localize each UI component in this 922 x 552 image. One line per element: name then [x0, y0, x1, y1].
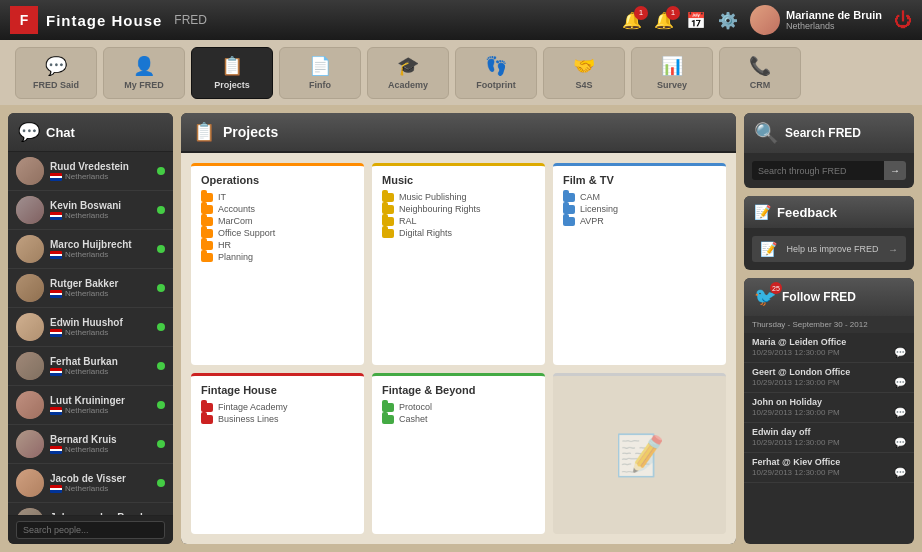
follow-item-geert-london[interactable]: Geert @ London Office 10/29/2013 12:30:0… — [744, 363, 914, 393]
project-item[interactable]: AVPR — [563, 216, 716, 226]
topbar: F Fintage House FRED 🔔1 🔔1 📅 ⚙️ Marianne… — [0, 0, 922, 40]
tab-projects[interactable]: 📋 Projects — [191, 47, 273, 99]
project-item[interactable]: Office Support — [201, 228, 354, 238]
avatar-ferhat — [16, 352, 44, 380]
project-item[interactable]: Planning — [201, 252, 354, 262]
follow-time-geert-london: 10/29/2013 12:30:00 PM 💬 — [752, 377, 906, 388]
chat-header: 💬 Chat — [8, 113, 173, 152]
chat-title: Chat — [46, 125, 75, 140]
chat-item-edwin[interactable]: Edwin Huushof Netherlands — [8, 308, 173, 347]
chat-item-john[interactable]: John van den Broek Netherlands — [8, 503, 173, 515]
chat-item-marco[interactable]: Marco Huijbrecht Netherlands — [8, 230, 173, 269]
chat-item-bernard[interactable]: Bernard Kruis Netherlands — [8, 425, 173, 464]
tab-s4s[interactable]: 🤝 S4S — [543, 47, 625, 99]
search-fred-header: 🔍 Search FRED — [744, 113, 914, 153]
project-card-fintage-beyond[interactable]: Fintage & Beyond Protocol Cashet — [372, 373, 545, 534]
chat-info-kevin: Kevin Boswani Netherlands — [50, 200, 151, 220]
project-item[interactable]: IT — [201, 192, 354, 202]
folder-icon — [201, 415, 213, 424]
follow-item-maria[interactable]: Maria @ Leiden Office 10/29/2013 12:30:0… — [744, 333, 914, 363]
search-fred-input[interactable] — [752, 162, 884, 180]
projects-header: 📋 Projects — [181, 113, 736, 153]
chat-item-luut[interactable]: Luut Kruininger Netherlands — [8, 386, 173, 425]
project-item[interactable]: Protocol — [382, 402, 535, 412]
follow-item-ferhat-kiev[interactable]: Ferhat @ Kiev Office 10/29/2013 12:30:00… — [744, 453, 914, 483]
follow-time-john-holiday: 10/29/2013 12:30:00 PM 💬 — [752, 407, 906, 418]
project-card-fintage-house[interactable]: Fintage House Fintage Academy Business L… — [191, 373, 364, 534]
project-item[interactable]: Cashet — [382, 414, 535, 424]
calendar-icon[interactable]: 📅 — [686, 11, 706, 30]
chat-info-ferhat: Ferhat Burkan Netherlands — [50, 356, 151, 376]
online-indicator — [157, 284, 165, 292]
project-item[interactable]: Business Lines — [201, 414, 354, 424]
tab-finfo[interactable]: 📄 Finfo — [279, 47, 361, 99]
follow-name-ferhat-kiev: Ferhat @ Kiev Office — [752, 457, 906, 467]
gear-icon[interactable]: ⚙️ — [718, 11, 738, 30]
flag-nl — [50, 446, 62, 454]
folder-icon — [201, 193, 213, 202]
online-indicator — [157, 167, 165, 175]
avatar-jacob — [16, 469, 44, 497]
project-item[interactable]: RAL — [382, 216, 535, 226]
bell-icon-1[interactable]: 🔔1 — [622, 11, 642, 30]
chat-item-rutger[interactable]: Rutger Bakker Netherlands — [8, 269, 173, 308]
follow-list: Maria @ Leiden Office 10/29/2013 12:30:0… — [744, 333, 914, 483]
avatar — [750, 5, 780, 35]
chat-item-jacob[interactable]: Jacob de Visser Netherlands — [8, 464, 173, 503]
chat-name-bernard: Bernard Kruis — [50, 434, 151, 445]
project-item[interactable]: MarCom — [201, 216, 354, 226]
bell-icon-2[interactable]: 🔔1 — [654, 11, 674, 30]
project-items-fintage-beyond: Protocol Cashet — [382, 402, 535, 424]
chat-name-ruud: Ruud Vredestein — [50, 161, 151, 172]
project-card-music[interactable]: Music Music Publishing Neighbouring Righ… — [372, 163, 545, 365]
project-item[interactable]: CAM — [563, 192, 716, 202]
project-item[interactable]: Accounts — [201, 204, 354, 214]
follow-fred-date: Thursday - September 30 - 2012 — [744, 316, 914, 333]
project-item[interactable]: Music Publishing — [382, 192, 535, 202]
follow-time-maria: 10/29/2013 12:30:00 PM 💬 — [752, 347, 906, 358]
avatar-john — [16, 508, 44, 515]
tab-my-fred[interactable]: 👤 My FRED — [103, 47, 185, 99]
feedback-header: 📝 Feedback — [744, 196, 914, 228]
chat-country-bernard: Netherlands — [50, 445, 151, 454]
search-fred-button[interactable]: → — [884, 161, 906, 180]
project-item[interactable]: Digital Rights — [382, 228, 535, 238]
chat-name-kevin: Kevin Boswani — [50, 200, 151, 211]
search-people-input[interactable] — [16, 521, 165, 539]
feedback-improve-button[interactable]: 📝 Help us improve FRED → — [752, 236, 906, 262]
avatar-luut — [16, 391, 44, 419]
academy-icon: 🎓 — [397, 55, 419, 77]
folder-icon — [201, 205, 213, 214]
tab-survey[interactable]: 📊 Survey — [631, 47, 713, 99]
chat-item-ruud[interactable]: Ruud Vredestein Netherlands — [8, 152, 173, 191]
tab-footprint[interactable]: 👣 Footprint — [455, 47, 537, 99]
user-info: Marianne de Bruin Netherlands — [750, 5, 882, 35]
chat-country-marco: Netherlands — [50, 250, 151, 259]
folder-icon — [382, 193, 394, 202]
chat-name-luut: Luut Kruininger — [50, 395, 151, 406]
chat-item-ferhat[interactable]: Ferhat Burkan Netherlands — [8, 347, 173, 386]
tab-academy[interactable]: 🎓 Academy — [367, 47, 449, 99]
project-name-music: Music — [382, 174, 535, 186]
user-name: Marianne de Bruin — [786, 9, 882, 21]
online-indicator — [157, 479, 165, 487]
project-card-film-tv[interactable]: Film & TV CAM Licensing AVPR — [553, 163, 726, 365]
chat-list: Ruud Vredestein Netherlands Kevin Boswan… — [8, 152, 173, 515]
projects-title: Projects — [223, 124, 278, 140]
chat-bubble-icon: 💬 — [18, 121, 40, 143]
project-item[interactable]: Licensing — [563, 204, 716, 214]
chat-name-marco: Marco Huijbrecht — [50, 239, 151, 250]
tab-fred-said[interactable]: 💬 FRED Said — [15, 47, 97, 99]
project-item[interactable]: Fintage Academy — [201, 402, 354, 412]
chat-item-kevin[interactable]: Kevin Boswani Netherlands — [8, 191, 173, 230]
project-item[interactable]: Neighbouring Rights — [382, 204, 535, 214]
follow-item-john-holiday[interactable]: John on Holiday 10/29/2013 12:30:00 PM 💬 — [744, 393, 914, 423]
project-item[interactable]: HR — [201, 240, 354, 250]
chat-country-luut: Netherlands — [50, 406, 151, 415]
tab-crm[interactable]: 📞 CRM — [719, 47, 801, 99]
crm-label: CRM — [750, 80, 771, 90]
follow-name-geert-london: Geert @ London Office — [752, 367, 906, 377]
follow-item-edwin-off[interactable]: Edwin day off 10/29/2013 12:30:00 PM 💬 — [744, 423, 914, 453]
project-card-operations[interactable]: Operations IT Accounts MarCom — [191, 163, 364, 365]
power-button[interactable]: ⏻ — [894, 10, 912, 31]
